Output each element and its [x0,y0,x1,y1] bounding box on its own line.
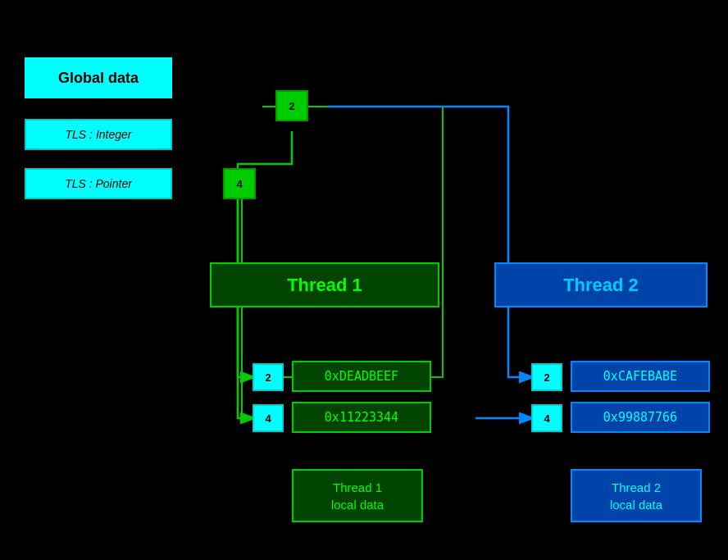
global-data-label: Global data [58,70,139,87]
thread2-label: Thread 2 [563,275,639,296]
thread1-index4-box: 4 [253,404,284,432]
thread2-local-data-box: Thread 2 local data [571,469,702,522]
tls-pointer-label: TLS : Pointer [65,177,132,190]
tls-pointer-box: TLS : Pointer [25,168,172,199]
thread1-index4-label: 4 [265,412,271,425]
thread2-local-data-label: Thread 2 local data [610,479,662,513]
thread2-value2-box: 0x99887766 [571,402,710,433]
thread2-index4-box: 4 [531,404,562,432]
thread2-box: Thread 2 [494,262,708,307]
thread1-index2-label: 2 [265,371,271,384]
thread1-value1-box: 0xDEADBEEF [292,361,431,392]
thread1-index2-box: 2 [253,363,284,391]
thread1-value2-box: 0x11223344 [292,402,431,433]
thread1-value2-label: 0x11223344 [325,410,398,425]
thread2-value2-label: 0x99887766 [603,410,677,425]
tls-integer-label: TLS : Integer [66,128,132,141]
thread2-value1-box: 0xCAFEBABE [571,361,710,392]
thread1-box: Thread 1 [210,262,439,307]
thread1-value1-label: 0xDEADBEEF [325,369,398,384]
global-index-2-box: 2 [275,90,308,121]
thread1-local-data-box: Thread 1 local data [292,469,423,522]
global-index-2-label: 2 [289,100,294,112]
global-data-box: Global data [25,57,172,98]
thread2-value1-label: 0xCAFEBABE [603,369,677,384]
tls-integer-box: TLS : Integer [25,119,172,150]
thread2-index4-label: 4 [544,412,549,425]
global-index-4-box: 4 [223,168,256,199]
thread2-index2-box: 2 [531,363,562,391]
thread2-index2-label: 2 [544,371,549,384]
thread1-local-data-label: Thread 1 local data [331,479,384,513]
thread1-label: Thread 1 [287,275,362,296]
global-index-4-label: 4 [236,178,242,190]
